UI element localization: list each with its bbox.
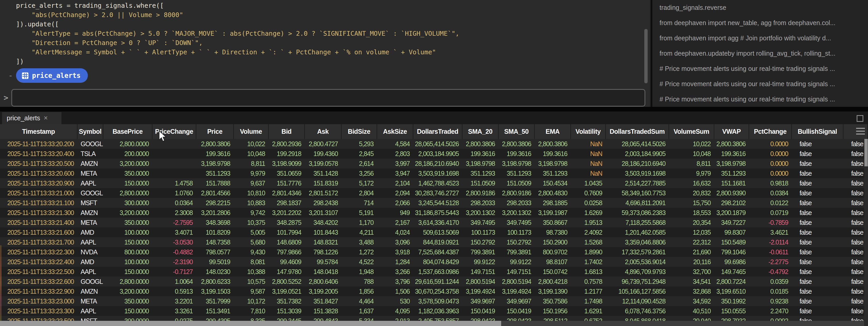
table-row[interactable]: 2025-11-11T13:33:23.000META350.00003.220… bbox=[0, 296, 868, 306]
column-header-PriceChange[interactable]: PriceChange bbox=[152, 124, 196, 139]
horizontal-scrollbar-thumb[interactable] bbox=[0, 321, 501, 326]
cell-Price[interactable]: 199.3616 bbox=[196, 149, 234, 159]
cell-AskSize[interactable]: 2,094 bbox=[377, 188, 413, 198]
cell-Ask[interactable]: 151.3828 bbox=[305, 306, 342, 316]
cell-SMA_50[interactable]: 150.2792 bbox=[499, 237, 535, 247]
cell-VWAP[interactable]: 298.7932 bbox=[714, 316, 749, 321]
cell-VolumeSum[interactable]: 10,048 bbox=[669, 149, 714, 159]
history-item[interactable]: from deephaven.updateby import rolling_a… bbox=[652, 46, 868, 61]
cell-Volume[interactable]: 8,811 bbox=[234, 159, 269, 168]
cell-VWAP[interactable]: 3,200.1879 bbox=[714, 208, 749, 218]
cell-SMA_20[interactable]: 2,800.9186 bbox=[462, 188, 499, 198]
cell-PctChange[interactable]: -0.4792 bbox=[749, 267, 792, 277]
cell-VolumeSum[interactable]: 32,700 bbox=[669, 267, 714, 277]
cell-PctChange[interactable]: 0.0122 bbox=[749, 198, 792, 208]
cell-SMA_20[interactable]: 799.3891 bbox=[462, 247, 499, 257]
cell-BasePrice[interactable]: 300.0000 bbox=[103, 198, 152, 208]
cell-PriceChange[interactable]: 3.3261 bbox=[152, 306, 196, 316]
cell-DollarsTraded[interactable]: 3,578,509.0473 bbox=[413, 296, 462, 306]
cell-BidSize[interactable]: 3,256 bbox=[342, 168, 377, 178]
cell-BasePrice[interactable]: 150.0000 bbox=[103, 237, 152, 247]
cell-PctChange[interactable]: -0.0611 bbox=[749, 247, 792, 257]
cell-Volume[interactable]: 10,575 bbox=[234, 277, 269, 287]
cell-BidSize[interactable]: 4,211 bbox=[342, 227, 377, 237]
cell-Volume[interactable]: 10,048 bbox=[234, 149, 269, 159]
cell-Volume[interactable]: 5,005 bbox=[234, 227, 269, 237]
cell-SMA_20[interactable]: 298.2033 bbox=[462, 198, 499, 208]
table-row[interactable]: 2025-11-11T13:33:22.300NVDA800.0000-0.48… bbox=[0, 247, 868, 257]
cell-Symbol[interactable]: GOOGL bbox=[78, 139, 103, 149]
cell-Symbol[interactable]: MSFT bbox=[78, 316, 103, 321]
cell-PctChange[interactable]: 0.0384 bbox=[749, 188, 792, 198]
column-header-Symbol[interactable]: Symbol bbox=[78, 124, 103, 139]
column-header-BidSize[interactable]: BidSize bbox=[342, 124, 377, 139]
cell-SMA_50[interactable]: 3,198.9798 bbox=[499, 159, 535, 168]
cell-Bid[interactable]: 151.7776 bbox=[269, 178, 305, 188]
cell-AskSize[interactable]: 2,066 bbox=[377, 198, 413, 208]
table-row[interactable]: 2025-11-11T13:33:21.000GOOGL2,800.00001.… bbox=[0, 188, 868, 198]
cell-Price[interactable]: 151.7888 bbox=[196, 178, 234, 188]
cell-VolumeSum[interactable]: 34,541 bbox=[669, 277, 714, 287]
table-row[interactable]: 2025-11-11T13:33:21.600AMD100.00003.4071… bbox=[0, 227, 868, 237]
cell-VWAP[interactable]: 150.5489 bbox=[714, 237, 749, 247]
cell-BullishSignal[interactable]: false bbox=[792, 168, 843, 178]
cell-Volatility[interactable]: 0.0258 bbox=[571, 198, 606, 208]
table-row[interactable]: 2025-11-11T13:33:21.300AMZN3,200.00002.3… bbox=[0, 208, 868, 218]
cell-Timestamp[interactable]: 2025-11-11T13:33:21.000 bbox=[0, 188, 78, 198]
cell-Volatility[interactable]: NaN bbox=[571, 159, 606, 168]
cell-SMA_20[interactable]: 3,200.1302 bbox=[462, 208, 499, 218]
cell-BidSize[interactable]: 788 bbox=[342, 277, 377, 287]
column-header-PctChange[interactable]: PctChange bbox=[749, 124, 792, 139]
cell-EMA[interactable]: 199.3616 bbox=[535, 149, 571, 159]
cell-Volume[interactable]: 10,172 bbox=[234, 296, 269, 306]
cell-DollarsTradedSum[interactable]: 2,003,184.9905 bbox=[606, 149, 669, 159]
cell-Ask[interactable]: 2,800.4727 bbox=[305, 139, 342, 149]
cell-VolumeSum[interactable]: 8,811 bbox=[669, 159, 714, 168]
cell-Price[interactable]: 351.7999 bbox=[196, 296, 234, 306]
cell-DollarsTraded[interactable]: 1,462,788.4523 bbox=[413, 178, 462, 188]
cell-BullishSignal[interactable]: false bbox=[792, 149, 843, 159]
cell-VWAP[interactable]: 199.3616 bbox=[714, 149, 749, 159]
cell-EMA[interactable]: 350.7586 bbox=[535, 296, 571, 306]
cell-BasePrice[interactable]: 3,200.0000 bbox=[103, 159, 152, 168]
cell-BidSize[interactable]: 1,856 bbox=[342, 287, 377, 296]
cell-VolumeSum[interactable]: 32,868 bbox=[669, 287, 714, 296]
cell-SMA_50[interactable]: 349.7495 bbox=[499, 218, 535, 227]
cell-AskSize[interactable]: 4,095 bbox=[377, 306, 413, 316]
cell-DollarsTraded[interactable]: 1,182,036.3963 bbox=[413, 306, 462, 316]
cell-Bid[interactable]: 2,800.5252 bbox=[269, 277, 305, 287]
cell-Bid[interactable]: 147.9780 bbox=[269, 267, 305, 277]
cell-DollarsTradedSum[interactable]: 17,332,579.2861 bbox=[606, 247, 669, 257]
cell-PriceChange[interactable]: 1.4758 bbox=[152, 178, 196, 188]
cell-Volatility[interactable]: 1.9513 bbox=[571, 218, 606, 227]
cell-AskSize[interactable]: 530 bbox=[377, 296, 413, 306]
cell-Symbol[interactable]: META bbox=[78, 168, 103, 178]
column-header-Price[interactable]: Price bbox=[196, 124, 234, 139]
cell-Volume[interactable]: 10,883 bbox=[234, 198, 269, 208]
cell-DollarsTradedSum[interactable]: 12,114,090.4528 bbox=[606, 296, 669, 306]
cell-BasePrice[interactable]: 350.0000 bbox=[103, 168, 152, 178]
cell-Timestamp[interactable]: 2025-11-11T13:33:20.400 bbox=[0, 149, 78, 159]
cell-VWAP[interactable]: 350.1992 bbox=[714, 296, 749, 306]
cell-EMA[interactable]: 3,199.1390 bbox=[535, 287, 571, 296]
cell-PriceChange[interactable]: 1.0064 bbox=[152, 277, 196, 287]
cell-Symbol[interactable]: AAPL bbox=[78, 306, 103, 316]
column-header-Volatility[interactable]: Volatility bbox=[571, 124, 606, 139]
cell-SMA_20[interactable]: 99.9122 bbox=[462, 257, 499, 267]
price-alerts-table-chip[interactable]: price_alerts bbox=[16, 68, 88, 83]
cell-Price[interactable]: 348.3698 bbox=[196, 218, 234, 227]
cell-SMA_50[interactable]: 99.9122 bbox=[499, 257, 535, 267]
column-header-Timestamp[interactable]: Timestamp bbox=[0, 124, 78, 139]
cell-Symbol[interactable]: AAPL bbox=[78, 237, 103, 247]
cell-BasePrice[interactable]: 2,800.0000 bbox=[103, 277, 152, 287]
cell-Bid[interactable]: 199.2918 bbox=[269, 149, 305, 159]
cell-Volatility[interactable]: 1.2177 bbox=[571, 287, 606, 296]
vertical-scrollbar-thumb[interactable] bbox=[864, 139, 868, 166]
cell-VolumeSum[interactable]: 15,750 bbox=[669, 198, 714, 208]
tab-price-alerts[interactable]: price_alerts × bbox=[2, 112, 61, 124]
cell-BidSize[interactable]: 2,845 bbox=[342, 149, 377, 159]
cell-AskSize[interactable]: 1,506 bbox=[377, 287, 413, 296]
table-row[interactable]: 2025-11-11T13:33:22.400AMD100.0000-2.319… bbox=[0, 257, 868, 267]
cell-PctChange[interactable]: -2.2775 bbox=[749, 257, 792, 267]
cell-SMA_20[interactable]: 298.9423 bbox=[462, 316, 499, 321]
